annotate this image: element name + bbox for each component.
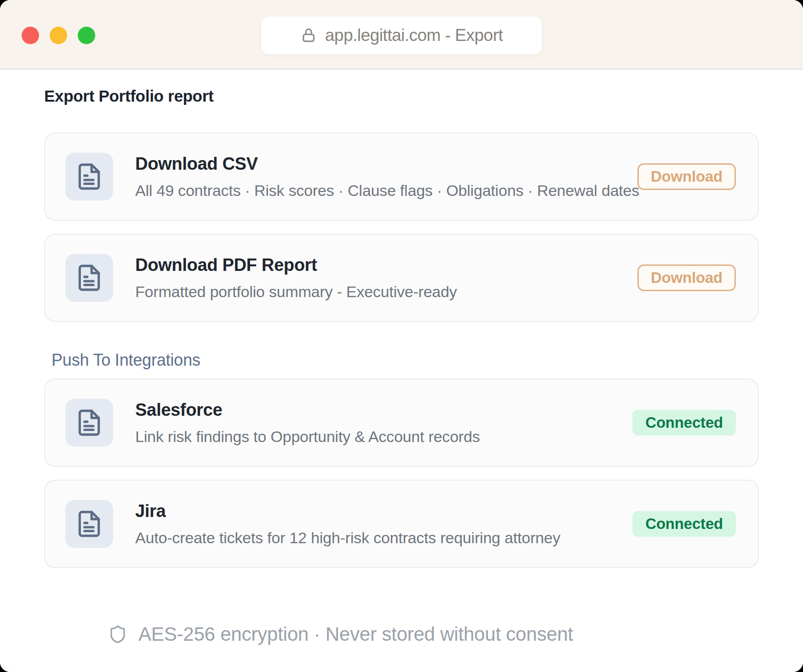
salesforce-connected-badge: Connected (632, 410, 736, 436)
export-card-csv: Download CSV All 49 contracts · Risk sco… (44, 132, 759, 221)
integration-description: Link risk findings to Opportunity & Acco… (135, 426, 610, 447)
file-text-icon (65, 254, 113, 302)
integration-title: Salesforce (135, 399, 610, 421)
file-text-icon (65, 500, 113, 548)
shield-icon (108, 625, 127, 644)
download-pdf-button[interactable]: Download (637, 264, 736, 291)
export-card-pdf-text: Download PDF Report Formatted portfolio … (135, 254, 615, 302)
export-card-description: All 49 contracts · Risk scores · Clause … (135, 180, 615, 201)
security-footer: AES-256 encryption · Never stored withou… (44, 623, 759, 645)
export-page: Export Portfolio report Download CSV All… (0, 70, 803, 672)
integration-title: Jira (135, 500, 610, 522)
file-text-icon (65, 153, 113, 201)
minimize-window-button[interactable] (50, 27, 67, 44)
traffic-lights (22, 27, 95, 44)
export-card-title: Download PDF Report (135, 254, 615, 276)
integration-card-salesforce-text: Salesforce Link risk findings to Opportu… (135, 399, 610, 447)
download-csv-button[interactable]: Download (637, 163, 736, 190)
integration-card-salesforce: Salesforce Link risk findings to Opportu… (44, 379, 759, 467)
zoom-window-button[interactable] (78, 27, 95, 44)
close-window-button[interactable] (22, 27, 39, 44)
address-bar[interactable]: app.legittai.com - Export (261, 17, 542, 54)
integration-card-jira-text: Jira Auto-create tickets for 12 high-ris… (135, 500, 610, 548)
integrations-section-label: Push To Integrations (44, 350, 759, 371)
export-card-description: Formatted portfolio summary - Executive-… (135, 281, 615, 302)
export-card-csv-text: Download CSV All 49 contracts · Risk sco… (135, 153, 615, 201)
integration-card-jira: Jira Auto-create tickets for 12 high-ris… (44, 480, 759, 568)
jira-connected-badge: Connected (632, 511, 736, 537)
browser-window: app.legittai.com - Export Export Portfol… (0, 0, 803, 672)
export-card-pdf: Download PDF Report Formatted portfolio … (44, 234, 759, 322)
browser-titlebar: app.legittai.com - Export (0, 0, 803, 70)
integration-description: Auto-create tickets for 12 high-risk con… (135, 528, 610, 548)
lock-icon (300, 27, 317, 44)
file-text-icon (65, 399, 113, 447)
page-title: Export Portfolio report (44, 86, 759, 107)
security-footer-text: AES-256 encryption · Never stored withou… (138, 623, 573, 645)
export-card-title: Download CSV (135, 153, 615, 175)
url-text: app.legittai.com - Export (325, 26, 503, 45)
